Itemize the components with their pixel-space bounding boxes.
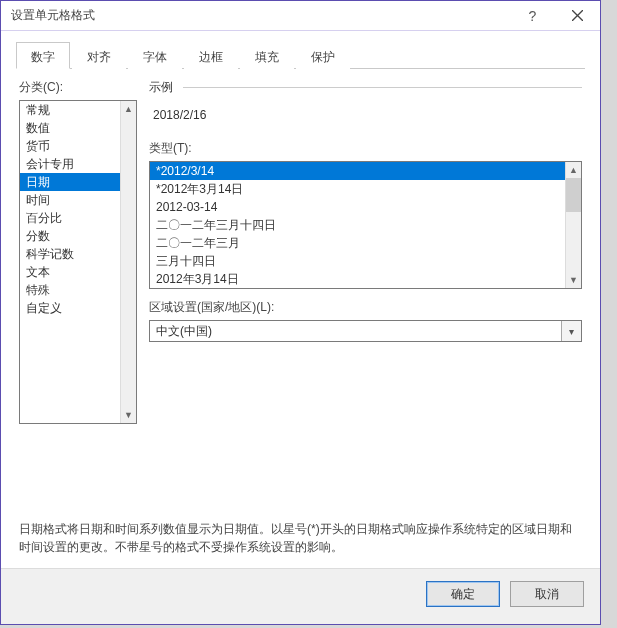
- scroll-up-icon[interactable]: ▲: [566, 162, 581, 178]
- tab-strip: 数字 对齐 字体 边框 填充 保护: [16, 41, 585, 69]
- category-column: 分类(C): 常规 数值 货币 会计专用 日期 时间 百分比 分数 科学记数 文…: [19, 79, 137, 424]
- category-item[interactable]: 百分比: [20, 209, 136, 227]
- tab-alignment[interactable]: 对齐: [72, 42, 126, 69]
- category-item[interactable]: 时间: [20, 191, 136, 209]
- category-item[interactable]: 会计专用: [20, 155, 136, 173]
- scroll-down-icon[interactable]: ▼: [121, 407, 136, 423]
- category-item[interactable]: 数值: [20, 119, 136, 137]
- category-item[interactable]: 货币: [20, 137, 136, 155]
- locale-value: 中文(中国): [156, 323, 212, 340]
- type-scrollbar[interactable]: ▲ ▼: [565, 162, 581, 288]
- ok-button[interactable]: 确定: [426, 581, 500, 607]
- type-item[interactable]: *2012/3/14: [150, 162, 565, 180]
- type-item[interactable]: 三月十四日: [150, 252, 565, 270]
- divider: [183, 87, 582, 88]
- category-label: 分类(C):: [19, 79, 137, 96]
- dialog-footer: 确定 取消: [1, 568, 600, 624]
- type-label: 类型(T):: [149, 140, 582, 157]
- tab-protection[interactable]: 保护: [296, 42, 350, 69]
- sample-group: 示例 2018/2/16: [149, 79, 582, 130]
- close-button[interactable]: [555, 1, 600, 31]
- locale-select[interactable]: 中文(中国) ▾: [149, 320, 582, 342]
- tab-number[interactable]: 数字: [16, 42, 70, 69]
- description-text: 日期格式将日期和时间系列数值显示为日期值。以星号(*)开头的日期格式响应操作系统…: [19, 520, 582, 556]
- type-group: 类型(T): *2012/3/14 *2012年3月14日 2012-03-14…: [149, 140, 582, 289]
- type-list[interactable]: *2012/3/14 *2012年3月14日 2012-03-14 二〇一二年三…: [149, 161, 582, 289]
- type-item[interactable]: *2012年3月14日: [150, 180, 565, 198]
- locale-group: 区域设置(国家/地区)(L): 中文(中国) ▾: [149, 299, 582, 342]
- scroll-up-icon[interactable]: ▲: [121, 101, 136, 117]
- dialog-title: 设置单元格格式: [11, 7, 510, 24]
- cancel-button[interactable]: 取消: [510, 581, 584, 607]
- close-icon: [572, 10, 583, 21]
- tab-border[interactable]: 边框: [184, 42, 238, 69]
- help-button[interactable]: ?: [510, 1, 555, 31]
- locale-label: 区域设置(国家/地区)(L):: [149, 299, 582, 316]
- category-item[interactable]: 科学记数: [20, 245, 136, 263]
- titlebar: 设置单元格格式 ?: [1, 1, 600, 31]
- category-item[interactable]: 特殊: [20, 281, 136, 299]
- category-item[interactable]: 日期: [20, 173, 136, 191]
- sample-value: 2018/2/16: [149, 102, 582, 130]
- type-item[interactable]: 2012年3月14日: [150, 270, 565, 288]
- scrollbar-thumb[interactable]: [566, 178, 581, 212]
- sample-label: 示例: [149, 79, 173, 96]
- category-item[interactable]: 分数: [20, 227, 136, 245]
- type-item[interactable]: 2012-03-14: [150, 198, 565, 216]
- category-scrollbar[interactable]: ▲ ▼: [120, 101, 136, 423]
- format-cells-dialog: 设置单元格格式 ? 数字 对齐 字体 边框 填充 保护 分类(C): 常规 数值…: [0, 0, 601, 625]
- detail-column: 示例 2018/2/16 类型(T): *2012/3/14 *2012年3月1…: [149, 79, 582, 424]
- tab-font[interactable]: 字体: [128, 42, 182, 69]
- type-item[interactable]: 二〇一二年三月: [150, 234, 565, 252]
- tab-fill[interactable]: 填充: [240, 42, 294, 69]
- scroll-down-icon[interactable]: ▼: [566, 272, 581, 288]
- type-item[interactable]: 二〇一二年三月十四日: [150, 216, 565, 234]
- category-list[interactable]: 常规 数值 货币 会计专用 日期 时间 百分比 分数 科学记数 文本 特殊 自定…: [19, 100, 137, 424]
- category-item[interactable]: 常规: [20, 101, 136, 119]
- category-item[interactable]: 文本: [20, 263, 136, 281]
- chevron-down-icon[interactable]: ▾: [561, 321, 581, 341]
- category-item[interactable]: 自定义: [20, 299, 136, 317]
- dialog-body: 分类(C): 常规 数值 货币 会计专用 日期 时间 百分比 分数 科学记数 文…: [1, 69, 600, 568]
